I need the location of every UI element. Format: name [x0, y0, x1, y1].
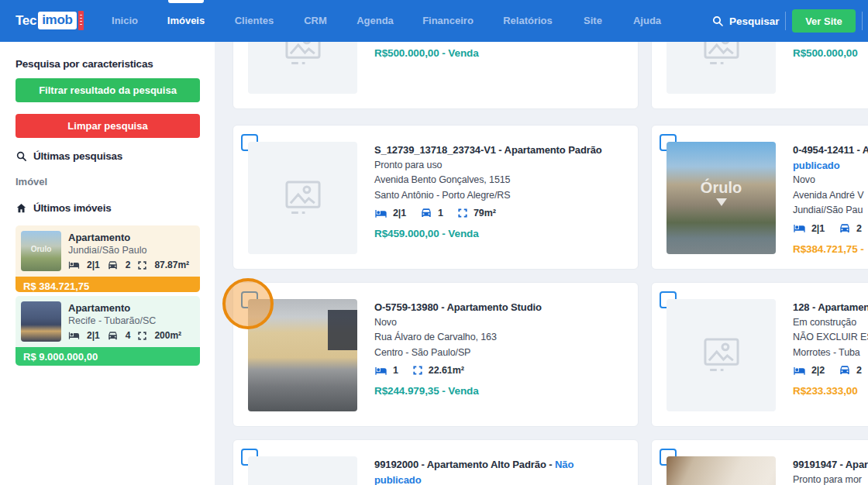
beds-value: 2|1	[811, 223, 825, 234]
nav-item-financeiro[interactable]: Financeiro	[422, 0, 474, 42]
orulo-watermark: Órulo	[666, 179, 776, 206]
nav-item-relatorios[interactable]: Relatórios	[503, 0, 553, 42]
property-thumbnail: Orulo	[21, 231, 61, 271]
listing-card[interactable]: R$500.000,00 - Venda	[232, 42, 639, 109]
filter-results-button[interactable]: Filtrar resultado da pesquisa	[16, 78, 200, 102]
listing-address: Avenida Bento Gonçalves, 1515	[374, 173, 636, 188]
bed-icon	[793, 223, 806, 233]
area-icon	[137, 260, 147, 270]
bed-icon	[793, 366, 806, 376]
nav-divider-right	[862, 12, 863, 30]
bed-icon	[68, 331, 80, 340]
area-value: 79m²	[474, 208, 496, 218]
nav-item-site[interactable]: Site	[584, 0, 602, 42]
nav-divider	[785, 12, 786, 30]
listing-photo	[248, 299, 357, 411]
parking-value: 2	[856, 223, 862, 234]
car-icon	[839, 223, 851, 234]
price-label: R$500.000,00	[793, 47, 868, 59]
car-icon	[420, 208, 432, 218]
listing-photo	[666, 456, 776, 485]
beds-value: 2|1	[87, 259, 100, 271]
listing-district: Santo Antônio - Porto Alegre/RS	[374, 188, 636, 204]
listing-card[interactable]: O-5759-13980 - Apartamento Studio Novo R…	[232, 282, 639, 427]
price-label: R$233.333,00	[793, 385, 868, 397]
search-icon	[16, 150, 27, 162]
recent-property-card[interactable]: Orulo Apartamento Jundiaí/São Paulo 2|1 …	[16, 225, 200, 292]
bed-icon	[374, 366, 388, 376]
search-button[interactable]: Pesquisar	[711, 0, 780, 42]
listing-status: publicado	[374, 474, 422, 485]
sidebar-section-title: Pesquisa por caracteristicas	[16, 58, 153, 70]
photo-detail	[328, 310, 357, 350]
nav-item-crm[interactable]: CRM	[304, 0, 327, 42]
beds-value: 2|1	[393, 208, 406, 218]
logo-red-tag	[78, 11, 84, 30]
listing-address: Rua Álvaro de Carvalho, 163	[374, 330, 636, 346]
listing-status: publicado	[793, 158, 868, 174]
parking-value: 1	[438, 208, 443, 218]
last-properties-title: Últimos imóveis	[33, 202, 112, 214]
property-location: Recife - Tubarão/SC	[68, 315, 181, 327]
listing-condition: Novo	[374, 315, 636, 331]
bed-icon	[374, 208, 388, 218]
price-label: R$459.000,00 - Venda	[374, 228, 636, 239]
clear-search-button[interactable]: Limpar pesquisa	[16, 114, 200, 138]
last-searches-header: Últimas pesquisas	[16, 150, 122, 162]
area-value: 87.87m²	[154, 259, 189, 271]
nav-item-agenda[interactable]: Agenda	[356, 0, 394, 42]
sidebar: Pesquisa por caracteristicas Filtrar res…	[0, 42, 215, 485]
listing-card[interactable]: Órulo 0-4954-12411 - A publicado Novo Av…	[651, 125, 868, 270]
orulo-watermark: Orulo	[21, 245, 61, 253]
listing-photo: Órulo	[666, 142, 776, 254]
last-searches-title: Últimas pesquisas	[33, 150, 122, 162]
last-properties-header: Últimos imóveis	[16, 202, 112, 214]
area-value: 22.61m²	[429, 365, 464, 376]
beds-value: 2|1	[87, 329, 100, 342]
listing-card[interactable]: 128 - Apartamen Em construção NÃO EXCLUI…	[651, 282, 868, 427]
bed-icon	[68, 260, 80, 270]
listing-address: NÃO EXCLUIR ES	[793, 330, 868, 346]
property-type: Apartamento	[68, 302, 181, 315]
logo-text-prefix: Tec	[16, 13, 36, 29]
listing-title: S_12739_13718_23734-V1 - Apartamento Pad…	[374, 143, 636, 158]
image-placeholder	[248, 42, 357, 94]
car-icon	[107, 331, 119, 341]
area-icon	[412, 365, 423, 376]
image-placeholder	[248, 456, 357, 485]
nav-item-ajuda[interactable]: Ajuda	[633, 0, 661, 42]
listing-card[interactable]: R$500.000,00	[651, 42, 868, 109]
app-logo[interactable]: Tec imob	[16, 11, 84, 30]
nav-item-imoveis[interactable]: Imóveis	[167, 0, 205, 42]
listing-card[interactable]: S_12739_13718_23734-V1 - Apartamento Pad…	[232, 125, 639, 270]
nav-item-inicio[interactable]: Inicio	[112, 0, 138, 42]
image-placeholder	[248, 142, 357, 254]
car-icon	[839, 365, 851, 376]
property-type: Apartamento	[68, 232, 189, 244]
listing-status: Não	[555, 459, 574, 470]
property-price-bar: R$ 384.721,75	[16, 277, 200, 292]
last-search-item-imovel[interactable]: Imóvel	[16, 176, 47, 187]
listing-title: 99191947 - Apart	[793, 457, 868, 473]
top-nav: Tec imob Inicio Imóveis Clientes CRM Age…	[0, 0, 868, 42]
listing-title: 0-4954-12411 - A	[793, 143, 868, 158]
beds-value: 1	[393, 365, 398, 376]
beds-value: 2|2	[811, 365, 825, 376]
price-label: R$244.979,35 - Venda	[374, 385, 636, 397]
listing-district: Morrotes - Tuba	[793, 346, 868, 361]
listing-card[interactable]: 99191947 - Apart Pronto para mor	[651, 439, 868, 485]
recent-property-card[interactable]: Apartamento Recife - Tubarão/SC 2|1 4 20…	[16, 296, 200, 366]
listing-condition: Novo	[793, 173, 868, 188]
parking-value: 2	[856, 365, 862, 376]
listings-grid: R$500.000,00 - Venda R$500.000,00 S_1273…	[215, 42, 868, 485]
listing-card[interactable]: 99192000 - Apartamento Alto Padrão - Não…	[232, 439, 639, 485]
image-placeholder	[666, 42, 776, 94]
price-label: R$384.721,75 -	[793, 243, 868, 255]
logo-text-box: imob	[38, 12, 76, 29]
nav-item-clientes[interactable]: Clientes	[235, 0, 274, 42]
image-placeholder	[666, 299, 776, 411]
ver-site-button[interactable]: Ver Site	[792, 9, 856, 33]
car-icon	[107, 260, 119, 270]
property-location: Jundiaí/São Paulo	[68, 244, 189, 256]
property-price-bar: R$ 9.000.000,00	[16, 347, 200, 366]
